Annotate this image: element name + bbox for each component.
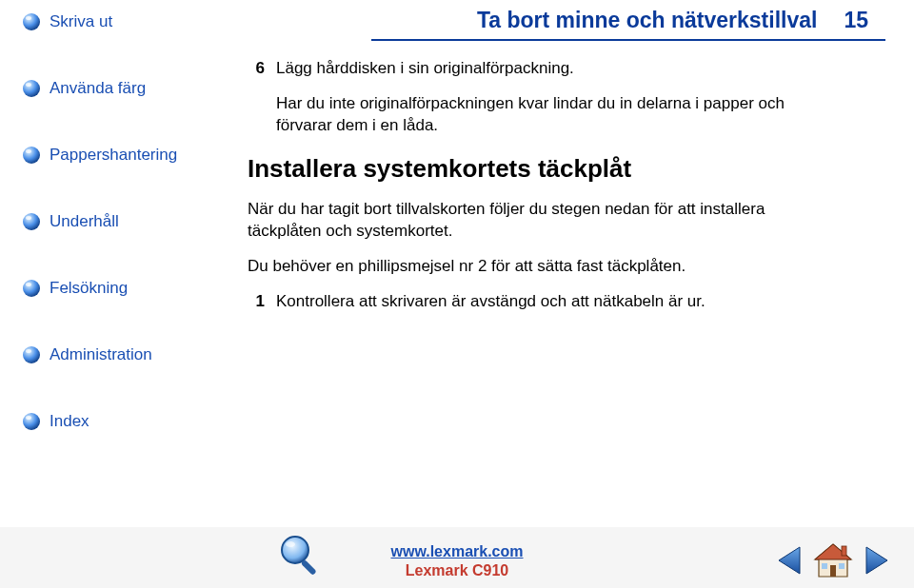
svg-rect-16 <box>301 559 317 576</box>
page-header: Ta bort minne och nätverkstillval 15 <box>248 0 876 41</box>
body-content: 6 Lägg hårddisken i sin originalförpackn… <box>248 41 876 313</box>
sidebar-item-label: Index <box>50 412 89 431</box>
sidebar-item-label: Underhåll <box>50 212 119 231</box>
page-title: Ta bort minne och nätverkstillval <box>477 8 817 33</box>
step-text: Lägg hårddisken i sin originalförpacknin… <box>276 58 574 80</box>
svg-point-8 <box>23 280 40 297</box>
paragraph-2: Du behöver en phillipsmejsel nr 2 för at… <box>248 256 819 278</box>
magnifier-icon[interactable] <box>276 531 326 580</box>
svg-point-3 <box>26 83 31 87</box>
svg-marker-17 <box>779 547 800 574</box>
svg-point-1 <box>26 16 31 20</box>
svg-rect-20 <box>830 565 836 577</box>
sphere-bullet-icon <box>21 11 42 32</box>
sidebar-item-skriva-ut[interactable]: Skriva ut <box>21 11 192 32</box>
svg-point-11 <box>26 349 31 353</box>
sidebar-item-pappershantering[interactable]: Pappershantering <box>21 145 192 166</box>
svg-point-5 <box>26 149 31 153</box>
footer-center: www.lexmark.com Lexmark C910 <box>333 542 581 580</box>
home-icon[interactable] <box>813 542 853 578</box>
sidebar-item-label: Skriva ut <box>50 12 112 31</box>
product-name: Lexmark C910 <box>406 562 509 578</box>
sidebar-item-label: Administration <box>50 345 152 364</box>
svg-point-2 <box>23 80 40 97</box>
svg-point-9 <box>26 283 31 286</box>
sidebar-item-underhall[interactable]: Underhåll <box>21 211 192 232</box>
sphere-bullet-icon <box>21 145 42 166</box>
svg-point-15 <box>286 541 295 547</box>
footer-nav <box>775 542 891 578</box>
svg-point-4 <box>23 147 40 164</box>
footer-link[interactable]: www.lexmark.com <box>390 543 523 559</box>
sidebar-item-label: Använda färg <box>50 79 146 98</box>
sidebar: Skriva ut Använda färg Pappershantering … <box>21 11 192 478</box>
sidebar-item-administration[interactable]: Administration <box>21 344 192 365</box>
step-1: 1 Kontrollera att skrivaren är avstängd … <box>248 291 876 313</box>
svg-rect-23 <box>842 546 846 556</box>
sidebar-item-anvanda-farg[interactable]: Använda färg <box>21 78 192 99</box>
svg-point-12 <box>23 413 40 430</box>
main-content: Ta bort minne och nätverkstillval 15 6 L… <box>248 0 876 326</box>
svg-marker-24 <box>866 547 887 574</box>
step-6-note: Har du inte originalförpackningen kvar l… <box>276 93 809 137</box>
sphere-bullet-icon <box>21 411 42 432</box>
svg-point-10 <box>23 346 40 363</box>
step-number: 1 <box>248 291 265 313</box>
sidebar-item-felsokning[interactable]: Felsökning <box>21 278 192 299</box>
svg-rect-22 <box>839 563 844 569</box>
footer: www.lexmark.com Lexmark C910 <box>0 527 914 588</box>
paragraph-1: När du har tagit bort tillvalskorten föl… <box>248 199 819 243</box>
svg-point-7 <box>26 216 31 220</box>
svg-point-0 <box>23 13 40 30</box>
step-6: 6 Lägg hårddisken i sin originalförpackn… <box>248 58 876 80</box>
step-number: 6 <box>248 58 265 80</box>
sidebar-item-label: Pappershantering <box>50 146 177 165</box>
sphere-bullet-icon <box>21 211 42 232</box>
arrow-left-icon[interactable] <box>775 545 804 576</box>
svg-point-14 <box>282 537 308 563</box>
svg-point-6 <box>23 213 40 230</box>
sphere-bullet-icon <box>21 344 42 365</box>
sphere-bullet-icon <box>21 278 42 299</box>
svg-rect-21 <box>822 563 827 569</box>
sphere-bullet-icon <box>21 78 42 99</box>
svg-point-13 <box>26 416 31 420</box>
section-heading: Installera systemkortets täckplåt <box>248 154 876 184</box>
step-text: Kontrollera att skrivaren är avstängd oc… <box>276 291 705 313</box>
page-number: 15 <box>844 8 868 33</box>
sidebar-item-label: Felsökning <box>50 279 128 298</box>
sidebar-item-index[interactable]: Index <box>21 411 192 432</box>
arrow-right-icon[interactable] <box>863 545 891 576</box>
